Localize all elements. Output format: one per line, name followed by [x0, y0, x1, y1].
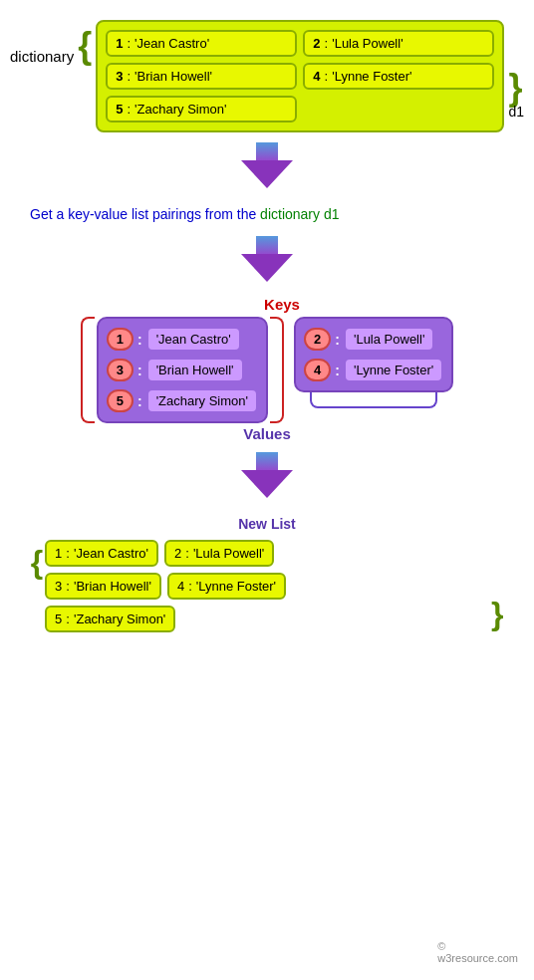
nl-grid: 1 : 'Jean Castro' 2 : 'Lula Powell' 3 : …: [45, 540, 489, 632]
kv-row-3: 5 : 'Zachary Simon': [107, 388, 258, 413]
new-list-label: New List: [238, 516, 296, 532]
nl-grid-row-3: 5 : 'Zachary Simon': [45, 606, 489, 632]
nl-brace-close: }: [491, 598, 503, 629]
dict-value-2: 'Lula Powell': [332, 36, 402, 51]
dict-item-1: 1 : 'Jean Castro': [106, 30, 297, 57]
values-label-container: Values: [10, 425, 524, 442]
nl-val-5: 'Zachary Simon': [74, 612, 165, 626]
nl-grid-row-2: 3 : 'Brian Howell' 4 : 'Lynne Foster': [45, 573, 489, 600]
nl-key-2: 2: [174, 546, 181, 561]
nl-val-4: 'Lynne Foster': [196, 579, 276, 594]
arrow3: [243, 452, 291, 502]
dict-item-2: 2 : 'Lula Powell': [303, 30, 494, 57]
nl-val-2: 'Lula Powell': [193, 546, 264, 561]
nl-key-4: 4: [177, 579, 184, 594]
dict-section: dictionary { 1 : 'Jean Castro' 2 : 'Lula…: [10, 20, 524, 132]
kv-key-1: 1: [107, 328, 134, 351]
arrow1: [243, 142, 291, 192]
nl-item-5: 5 : 'Zachary Simon': [45, 606, 175, 632]
red-bracket-right: [270, 317, 284, 423]
keys-label: Keys: [264, 296, 300, 313]
kv-row-1: 1 : 'Jean Castro': [107, 327, 258, 352]
nl-key-1: 1: [55, 546, 62, 561]
arrow2: [243, 236, 291, 286]
dict-brace-open: {: [78, 28, 92, 64]
red-bracket-left: [81, 317, 95, 423]
keys-box: 1 : 'Jean Castro' 3 : 'Brian Howell' 5 :…: [97, 317, 268, 423]
values-col-container: 2 : 'Lula Powell' 4 : 'Lynne Foster': [294, 317, 453, 423]
dict-varname: d1: [508, 104, 524, 120]
dict-brace-close-container: } d1: [508, 20, 524, 120]
nl-brace-open: {: [31, 546, 43, 578]
dict-key-4: 4: [313, 69, 320, 84]
kv-val-2: 'Brian Howell': [146, 358, 244, 382]
keys-col-wrapper: 1 : 'Jean Castro' 3 : 'Brian Howell' 5 :…: [81, 317, 284, 423]
val-row-2: 4 : 'Lynne Foster': [304, 358, 443, 382]
dict-item-4: 4 : 'Lynne Foster': [303, 63, 494, 90]
values-box: 2 : 'Lula Powell' 4 : 'Lynne Foster': [294, 317, 453, 392]
dict-key-2: 2: [313, 36, 320, 51]
dict-key-1: 1: [116, 36, 123, 51]
values-underline: [310, 392, 437, 408]
val-key-2: 4: [304, 359, 331, 381]
nl-item-1: 1 : 'Jean Castro': [45, 540, 158, 567]
dict-key-3: 3: [116, 69, 123, 84]
kv-val-1: 'Jean Castro': [146, 327, 241, 352]
dict-value-4: 'Lynne Foster': [332, 69, 411, 84]
nl-val-3: 'Brian Howell': [74, 579, 151, 594]
keys-label-container: Keys: [10, 296, 524, 313]
dict-content: 1 : 'Jean Castro' 2 : 'Lula Powell' 3 : …: [96, 20, 504, 132]
main-container: dictionary { 1 : 'Jean Castro' 2 : 'Lula…: [0, 0, 534, 652]
dict-item-empty: [303, 96, 494, 122]
description-row: Get a key-value list pairings from the d…: [10, 206, 524, 222]
desc-main: Get a key-value list pairings from the: [30, 206, 256, 222]
nl-grid-row-1: 1 : 'Jean Castro' 2 : 'Lula Powell': [45, 540, 489, 567]
kv-row-2: 3 : 'Brian Howell': [107, 358, 258, 382]
dict-item-3: 3 : 'Brian Howell': [106, 63, 297, 90]
dict-label: dictionary: [10, 48, 74, 65]
kv-val-3: 'Zachary Simon': [146, 388, 258, 413]
val-key-1: 2: [304, 328, 331, 351]
values-label: Values: [243, 425, 291, 442]
nl-item-4: 4 : 'Lynne Foster': [167, 573, 286, 600]
dict-brace-close: }: [508, 70, 522, 106]
kv-key-2: 3: [107, 359, 134, 381]
arrow2-shape: [243, 236, 291, 286]
val-val-1: 'Lula Powell': [344, 327, 434, 352]
desc-highlight: dictionary d1: [260, 206, 339, 222]
val-val-2: 'Lynne Foster': [344, 358, 443, 382]
nl-val-1: 'Jean Castro': [74, 546, 148, 561]
dict-value-1: 'Jean Castro': [134, 36, 209, 51]
nl-key-5: 5: [55, 612, 62, 626]
kv-key-3: 5: [107, 389, 134, 412]
description-text: Get a key-value list pairings from the d…: [20, 206, 514, 222]
dict-key-5: 5: [116, 102, 123, 117]
watermark: © w3resource.com: [437, 940, 518, 964]
nl-key-3: 3: [55, 579, 62, 594]
nl-item-3: 3 : 'Brian Howell': [45, 573, 161, 600]
dict-value-5: 'Zachary Simon': [134, 102, 226, 117]
val-row-1: 2 : 'Lula Powell': [304, 327, 443, 352]
nl-item-2: 2 : 'Lula Powell': [164, 540, 274, 567]
dict-value-3: 'Brian Howell': [134, 69, 212, 84]
kv-diagram: 1 : 'Jean Castro' 3 : 'Brian Howell' 5 :…: [10, 317, 524, 423]
dict-item-5: 5 : 'Zachary Simon': [106, 96, 297, 122]
new-list-wrapper: { 1 : 'Jean Castro' 2 : 'Lula Powell' 3 …: [31, 540, 504, 632]
arrow1-shape: [243, 142, 291, 192]
arrow3-shape: [243, 452, 291, 502]
